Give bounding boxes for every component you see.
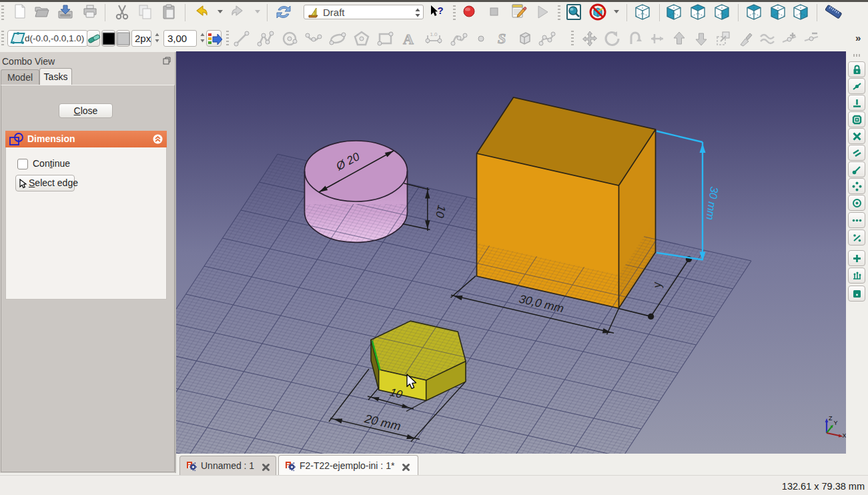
svg-text:S: S (498, 30, 506, 47)
svg-text:A: A (403, 31, 414, 47)
svg-text:Z: Z (829, 415, 833, 422)
svg-text:?: ? (438, 5, 444, 16)
svg-text:1.0: 1.0 (430, 31, 438, 37)
svg-text:Y: Y (834, 420, 838, 426)
